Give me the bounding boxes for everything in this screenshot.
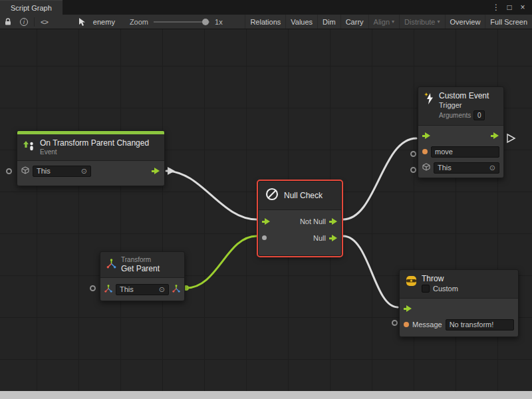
customevent-this-field[interactable]: This ⊙ [434,162,499,174]
otpc-this-field[interactable]: This ⊙ [33,166,91,177]
chevron-down-icon: ▾ [438,19,440,25]
node-body: This ⊙ [100,277,184,301]
transform-output-icon[interactable] [172,283,180,295]
wire-getparent-to-nullcheck [186,236,257,288]
gameobject-cube-icon [21,165,29,177]
wire-null-to-throw [343,236,398,307]
zoom-value: 1x [215,18,223,26]
graph-toolbar: i <> enemy Zoom 1x Relations Values Dim … [0,15,532,29]
zoom-label: Zoom [130,18,148,26]
node-get-parent[interactable]: Transform Get Parent This [100,251,185,301]
null-label: Null [313,234,326,242]
tab-script-graph[interactable]: Script Graph [0,0,63,15]
values-button[interactable]: Values [285,15,317,29]
node-header: Custom Event Trigger Arguments 0 [418,87,503,125]
dim-button[interactable]: Dim [317,15,340,29]
gameobject-cube-icon [422,162,430,174]
menu-icon[interactable]: ⋮ [489,1,503,14]
transform-icon [106,259,116,271]
zoom-slider-handle[interactable] [202,19,209,25]
maximize-icon[interactable]: □ [503,1,516,14]
arguments-stepper[interactable]: 0 [473,110,485,120]
distribute-button[interactable]: Distribute ▾ [399,15,444,29]
graph-owner[interactable]: enemy [93,18,115,26]
getparent-this-port[interactable] [90,285,96,291]
transform-parent-changed-icon [23,141,35,154]
control-input-arrow-icon[interactable] [262,217,271,225]
node-null-check[interactable]: Null Check Not Null Null [258,181,342,256]
null-output-arrow-icon[interactable] [329,234,338,242]
not-null-label: Not Null [300,217,326,225]
align-button[interactable]: Align ▾ [368,15,399,29]
code-icon[interactable]: <> [37,15,52,29]
fullscreen-button[interactable]: Full Screen [485,15,532,29]
throw-icon [406,275,417,289]
custom-checkbox[interactable] [422,285,430,293]
carry-button[interactable]: Carry [340,15,368,29]
window-tab-bar: Script Graph ⋮ □ × [0,0,532,15]
node-subtitle: Trigger [439,100,489,110]
otpc-this-port[interactable] [6,168,12,174]
node-title: On Transform Parent Changed [40,138,149,148]
object-picker-icon[interactable]: ⊙ [159,286,165,293]
node-body: Not Null Null [259,209,341,255]
custom-event-bolt-icon [424,92,434,108]
node-title: Custom Event [439,91,489,100]
tab-title: Script Graph [11,4,52,12]
null-check-icon [265,187,279,204]
getparent-this-field[interactable]: This ⊙ [116,284,169,295]
node-header: On Transform Parent Changed Event [17,134,164,160]
window-bottom-edge [0,391,532,399]
node-title: Get Parent [121,264,160,273]
info-icon[interactable]: i [16,15,32,29]
zoom-slider[interactable] [154,21,209,23]
not-null-output-arrow-icon[interactable] [329,217,338,225]
wire-event-to-nullcheck [166,171,257,219]
toolbar-separator [34,17,35,27]
control-output-arrow-icon[interactable] [152,167,160,175]
lock-icon[interactable] [0,15,16,29]
graph-canvas[interactable]: On Transform Parent Changed Event This ⊙ [0,29,532,391]
wire-start-arrow-icon [168,167,175,175]
customevent-this-port[interactable] [410,167,416,173]
node-custom-event[interactable]: Custom Event Trigger Arguments 0 move [418,86,504,178]
window-controls: ⋮ □ × [489,0,532,15]
node-header: Null Check [259,182,341,209]
close-icon[interactable]: × [516,1,529,14]
custom-label: Custom [433,285,458,293]
node-category: Transform [121,256,160,264]
node-body: This ⊙ [17,160,164,186]
relations-button[interactable]: Relations [245,15,285,29]
message-label: Message [412,321,442,329]
node-throw[interactable]: Throw Custom Message No transform! [399,269,519,337]
transform-input-icon[interactable] [104,283,112,295]
node-title: Null Check [284,191,323,200]
overview-button[interactable]: Overview [445,15,485,29]
string-input-dot-icon[interactable] [422,149,428,154]
customevent-name-port[interactable] [410,151,416,157]
toolbar-buttons: Relations Values Dim Carry Align ▾ Distr… [245,15,532,29]
string-input-dot-icon[interactable] [404,322,409,327]
control-input-arrow-icon[interactable] [422,132,431,140]
control-input-arrow-icon[interactable] [404,305,412,313]
object-picker-icon[interactable]: ⊙ [81,168,87,175]
arguments-label: Arguments [439,111,471,120]
node-on-transform-parent-changed[interactable]: On Transform Parent Changed Event This ⊙ [17,130,165,186]
object-picker-icon[interactable]: ⊙ [489,164,495,172]
pointer-icon [74,15,90,29]
wire-notnull-to-customevent [343,138,416,219]
node-header: Transform Get Parent [100,252,184,277]
message-field[interactable]: No transform! [446,319,514,331]
customevent-output-port-icon [507,134,515,142]
node-header: Throw Custom [400,270,518,298]
throw-message-port[interactable] [392,320,398,326]
value-input-dot-icon[interactable] [262,235,267,240]
node-body: move This ⊙ [418,125,503,178]
node-title: Throw [422,274,458,283]
node-subtitle: Event [40,148,149,156]
node-body: Message No transform! [400,298,518,336]
control-output-arrow-icon[interactable] [491,132,499,140]
chevron-down-icon: ▾ [392,19,394,25]
event-name-field[interactable]: move [431,146,499,158]
